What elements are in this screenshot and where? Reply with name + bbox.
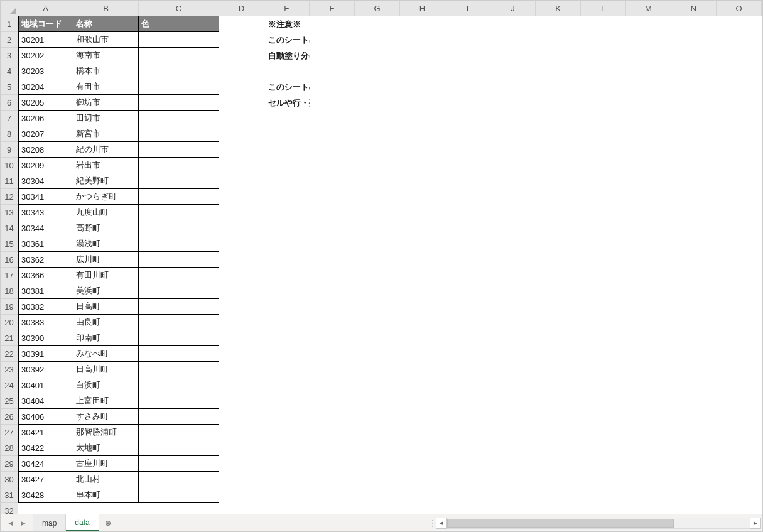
- add-sheet-button[interactable]: ⊕: [99, 514, 117, 531]
- cell-D23[interactable]: [219, 362, 264, 377]
- row-header-7[interactable]: 7: [1, 111, 18, 126]
- cell-I6[interactable]: [445, 95, 490, 111]
- cell-N5[interactable]: [671, 79, 717, 95]
- cell-E28[interactable]: [264, 440, 310, 456]
- cell-N28[interactable]: [671, 440, 717, 456]
- cell-D2[interactable]: [219, 32, 264, 48]
- cell-K9[interactable]: [536, 142, 581, 158]
- cell-H16[interactable]: [400, 252, 445, 268]
- cell-B19[interactable]: 日高町: [73, 299, 139, 315]
- cell-D27[interactable]: [219, 425, 264, 440]
- cell-G10[interactable]: [355, 158, 400, 173]
- cell-C14[interactable]: [139, 220, 219, 236]
- cell-L7[interactable]: [581, 111, 626, 126]
- cell-O14[interactable]: [717, 220, 762, 236]
- cell-O19[interactable]: [717, 299, 762, 315]
- cell-G1[interactable]: [355, 16, 400, 32]
- column-header-A[interactable]: A: [18, 1, 73, 16]
- cell-O17[interactable]: [717, 268, 762, 283]
- cell-E3[interactable]: 自動塗り分けのマクロについては添付の資料をご覧ください。: [264, 48, 310, 63]
- cell-O4[interactable]: [717, 63, 762, 79]
- cell-O3[interactable]: [717, 48, 762, 63]
- cell-F10[interactable]: [310, 158, 355, 173]
- cell-O16[interactable]: [717, 252, 762, 268]
- cell-A5[interactable]: 30204: [18, 79, 73, 95]
- column-header-F[interactable]: F: [310, 1, 355, 16]
- cell-K11[interactable]: [536, 173, 581, 189]
- cell-C21[interactable]: [139, 330, 219, 346]
- cell-H28[interactable]: [400, 440, 445, 456]
- cell-E29[interactable]: [264, 456, 310, 472]
- cell-D28[interactable]: [219, 440, 264, 456]
- row-header-25[interactable]: 25: [1, 393, 18, 409]
- cell-F22[interactable]: [310, 346, 355, 362]
- cell-J24[interactable]: [490, 377, 536, 393]
- cell-H3[interactable]: [400, 48, 445, 63]
- cell-E14[interactable]: [264, 220, 310, 236]
- cell-H19[interactable]: [400, 299, 445, 315]
- cell-D30[interactable]: [219, 472, 264, 487]
- cell-E27[interactable]: [264, 425, 310, 440]
- cell-M32[interactable]: [626, 503, 671, 514]
- cell-M8[interactable]: [626, 126, 671, 142]
- cell-M4[interactable]: [626, 63, 671, 79]
- cell-O1[interactable]: [717, 16, 762, 32]
- table-header-code[interactable]: 地域コード: [18, 16, 73, 32]
- cell-E32[interactable]: [264, 503, 310, 514]
- cell-O28[interactable]: [717, 440, 762, 456]
- cell-F11[interactable]: [310, 173, 355, 189]
- cell-E30[interactable]: [264, 472, 310, 487]
- cell-N29[interactable]: [671, 456, 717, 472]
- cell-B31[interactable]: 串本町: [73, 487, 139, 503]
- cell-B27[interactable]: 那智勝浦町: [73, 425, 139, 440]
- row-header-18[interactable]: 18: [1, 283, 18, 299]
- cell-J23[interactable]: [490, 362, 536, 377]
- cell-M31[interactable]: [626, 487, 671, 503]
- cell-J20[interactable]: [490, 315, 536, 330]
- cell-J6[interactable]: [490, 95, 536, 111]
- cell-A20[interactable]: 30383: [18, 315, 73, 330]
- cell-F6[interactable]: [310, 95, 355, 111]
- cell-C8[interactable]: [139, 126, 219, 142]
- column-header-J[interactable]: J: [490, 1, 536, 16]
- cell-O32[interactable]: [717, 503, 762, 514]
- cell-G14[interactable]: [355, 220, 400, 236]
- cell-F3[interactable]: [310, 48, 355, 63]
- cell-I30[interactable]: [445, 472, 490, 487]
- row-header-13[interactable]: 13: [1, 205, 18, 220]
- row-header-21[interactable]: 21: [1, 330, 18, 346]
- cell-J22[interactable]: [490, 346, 536, 362]
- cell-E24[interactable]: [264, 377, 310, 393]
- cell-G22[interactable]: [355, 346, 400, 362]
- cell-F9[interactable]: [310, 142, 355, 158]
- cell-M15[interactable]: [626, 236, 671, 252]
- cell-N26[interactable]: [671, 409, 717, 425]
- cell-K3[interactable]: [536, 48, 581, 63]
- tab-nav-prev[interactable]: ◄: [4, 514, 17, 532]
- cell-I21[interactable]: [445, 330, 490, 346]
- row-header-11[interactable]: 11: [1, 173, 18, 189]
- cell-C12[interactable]: [139, 189, 219, 205]
- cell-C16[interactable]: [139, 252, 219, 268]
- cell-F7[interactable]: [310, 111, 355, 126]
- cell-M7[interactable]: [626, 111, 671, 126]
- cell-A6[interactable]: 30205: [18, 95, 73, 111]
- cell-O25[interactable]: [717, 393, 762, 409]
- cell-B5[interactable]: 有田市: [73, 79, 139, 95]
- cell-I20[interactable]: [445, 315, 490, 330]
- cell-K22[interactable]: [536, 346, 581, 362]
- cell-G6[interactable]: [355, 95, 400, 111]
- cell-B16[interactable]: 広川町: [73, 252, 139, 268]
- cell-B21[interactable]: 印南町: [73, 330, 139, 346]
- cell-O22[interactable]: [717, 346, 762, 362]
- cell-C25[interactable]: [139, 393, 219, 409]
- cell-G18[interactable]: [355, 283, 400, 299]
- cell-F30[interactable]: [310, 472, 355, 487]
- cell-N32[interactable]: [671, 503, 717, 514]
- cell-A12[interactable]: 30341: [18, 189, 73, 205]
- cell-F15[interactable]: [310, 236, 355, 252]
- cell-G24[interactable]: [355, 377, 400, 393]
- cell-C7[interactable]: [139, 111, 219, 126]
- column-header-C[interactable]: C: [139, 1, 219, 16]
- cell-L20[interactable]: [581, 315, 626, 330]
